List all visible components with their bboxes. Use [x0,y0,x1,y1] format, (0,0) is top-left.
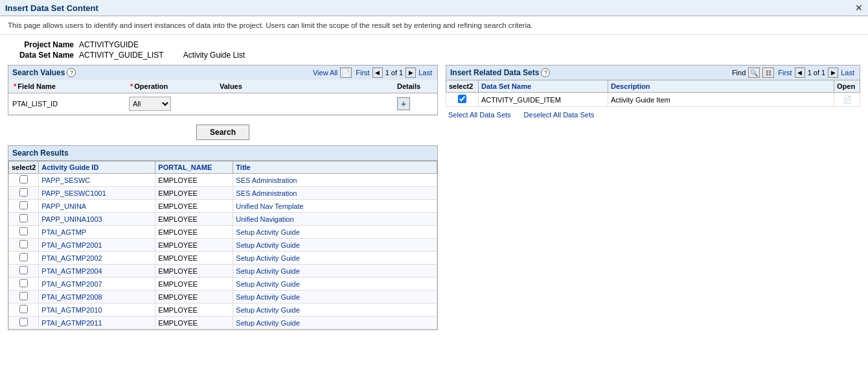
result-checkbox-cell[interactable] [9,252,39,265]
related-page-of: 1 of 1 [808,69,826,77]
results-container[interactable]: select2 Activity Guide ID PORTAL_NAME Ti… [8,160,438,330]
result-checkbox-cell[interactable] [9,278,39,291]
result-title: Setup Activity Guide [233,291,437,304]
result-title: Setup Activity Guide [233,278,437,291]
result-checkbox[interactable] [19,266,28,274]
operation-select[interactable]: All = < > <= >= contains [129,97,171,111]
result-portal-name: EMPLOYEE [155,226,233,239]
result-portal-name: EMPLOYEE [155,200,233,213]
related-first-button[interactable]: First [778,69,792,77]
result-checkbox-cell[interactable] [9,187,39,200]
operation-cell[interactable]: All = < > <= >= contains [128,95,218,112]
find-icon2[interactable]: ☷ [762,67,774,78]
next-button[interactable]: ▶ [405,67,416,78]
related-open-icon[interactable]: 📄 [834,93,860,107]
result-title: Setup Activity Guide [233,316,437,329]
search-btn-row: Search [8,119,438,145]
field-name-col-header: *Field Name [11,81,128,91]
result-checkbox[interactable] [19,253,28,261]
search-values-section: Search Values ? View All 📄 First ◀ 1 of … [8,65,438,115]
result-checkbox[interactable] [19,240,28,248]
table-row: PTAI_AGTMP2007 EMPLOYEE Setup Activity G… [9,278,437,291]
result-checkbox-cell[interactable] [9,265,39,278]
search-results-title: Search Results [12,149,69,158]
table-row: PTAI_AGTMP2004 EMPLOYEE Setup Activity G… [9,265,437,278]
view-all-link[interactable]: View All [313,69,337,77]
result-activity-guide-id: PAPP_SESWC1001 [39,187,155,200]
related-datasets-help-icon[interactable]: ? [541,68,550,77]
find-label: Find [732,69,746,77]
related-checkbox-cell[interactable] [446,93,479,107]
related-description: Activity Guide Item [608,93,834,107]
related-datasets-section: Insert Related Data Sets ? Find 🔍 ☷ Firs… [446,65,860,123]
find-icon1[interactable]: 🔍 [748,67,760,78]
search-results-section: Search Results select2 Activity Guide ID… [8,145,438,330]
result-title: Setup Activity Guide [233,304,437,316]
result-portal-name: EMPLOYEE [155,278,233,291]
table-row: PTAI_AGTMP2011 EMPLOYEE Setup Activity G… [9,316,437,329]
search-button[interactable]: Search [196,125,249,140]
prev-button[interactable]: ◀ [372,67,383,78]
result-activity-guide-id: PTAI_AGTMP2008 [39,291,155,304]
first-button[interactable]: First [356,69,369,77]
export-icon[interactable]: 📄 [340,67,352,78]
related-checkbox[interactable] [458,95,466,103]
results-table: select2 Activity Guide ID PORTAL_NAME Ti… [8,161,437,329]
result-activity-guide-id: PTAI_AGTMP2001 [39,239,155,252]
col-activity-guide-id: Activity Guide ID [39,161,155,174]
result-checkbox-cell[interactable] [9,174,39,187]
col-title: Title [233,161,437,174]
result-checkbox-cell[interactable] [9,316,39,329]
add-row-btn[interactable]: + [396,96,435,112]
close-icon[interactable]: ✕ [855,3,863,13]
result-checkbox[interactable] [19,305,28,313]
result-portal-name: EMPLOYEE [155,304,233,316]
page-header: Insert Data Set Content ✕ [0,0,868,16]
result-checkbox-cell[interactable] [9,200,39,213]
result-title: SES Administration [233,174,437,187]
result-checkbox-cell[interactable] [9,213,39,226]
result-checkbox[interactable] [19,214,28,222]
deselect-all-link[interactable]: Deselect All Data Sets [524,111,595,119]
result-checkbox-cell[interactable] [9,304,39,316]
result-portal-name: EMPLOYEE [155,265,233,278]
result-checkbox[interactable] [19,292,28,300]
last-button[interactable]: Last [418,69,432,77]
result-checkbox[interactable] [19,188,28,197]
dataset-name-value: ACTIVITY_GUIDE_LIST [79,51,164,60]
dataset-name-label: Data Set Name [8,51,79,60]
result-checkbox-cell[interactable] [9,239,39,252]
result-checkbox-cell[interactable] [9,291,39,304]
result-portal-name: EMPLOYEE [155,174,233,187]
result-title: Setup Activity Guide [233,265,437,278]
result-checkbox[interactable] [19,227,28,235]
search-values-help-icon[interactable]: ? [67,68,76,77]
table-row: PAPP_SESWC EMPLOYEE SES Administration [9,174,437,187]
related-datasets-title: Insert Related Data Sets [450,68,539,77]
values-cell [218,102,396,105]
result-checkbox[interactable] [19,318,28,326]
select-all-link[interactable]: Select All Data Sets [448,111,511,119]
result-checkbox[interactable] [19,175,28,184]
table-row: PAPP_UNINA EMPLOYEE Unified Nav Template [9,200,437,213]
list-item: ACTIVITY_GUIDE_ITEM Activity Guide Item … [446,93,860,107]
result-activity-guide-id: PAPP_SESWC [39,174,155,187]
related-col-description: Description [608,80,834,93]
result-title: Unified Nav Template [233,200,437,213]
related-next-button[interactable]: ▶ [828,67,838,78]
result-title: Setup Activity Guide [233,252,437,265]
add-button[interactable]: + [397,97,410,110]
table-row: PTAI_AGTMP EMPLOYEE Setup Activity Guide [9,226,437,239]
related-col-select2: select2 [446,80,479,93]
result-activity-guide-id: PAPP_UNINA1003 [39,213,155,226]
result-checkbox[interactable] [19,279,28,287]
result-activity-guide-id: PTAI_AGTMP2011 [39,316,155,329]
result-portal-name: EMPLOYEE [155,187,233,200]
related-last-button[interactable]: Last [841,69,854,77]
table-row: PAPP_UNINA1003 EMPLOYEE Unified Navigati… [9,213,437,226]
result-portal-name: EMPLOYEE [155,291,233,304]
result-checkbox[interactable] [19,201,28,209]
related-prev-button[interactable]: ◀ [795,67,805,78]
col-portal-name: PORTAL_NAME [155,161,233,174]
result-checkbox-cell[interactable] [9,226,39,239]
